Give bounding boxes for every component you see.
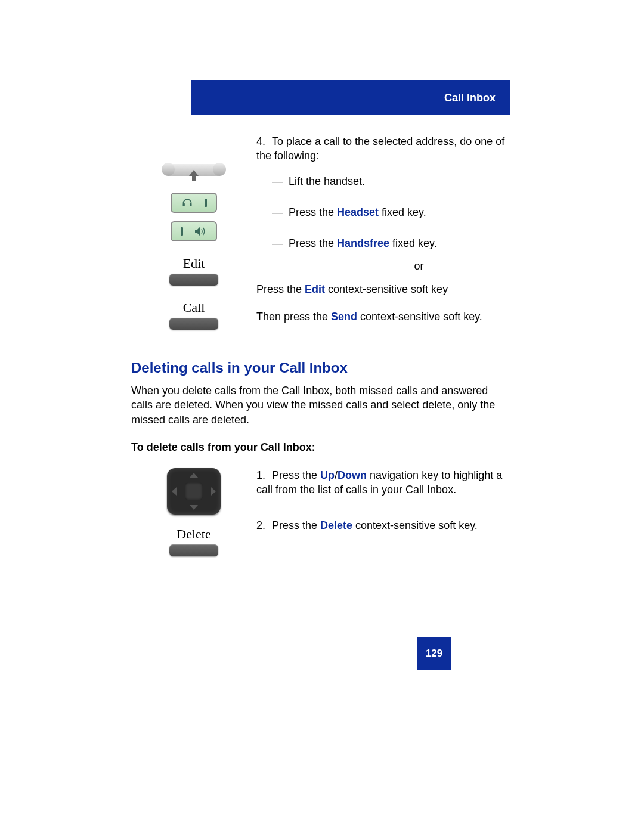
page-content: Edit Call 4.To place a call to the selec…	[131, 134, 510, 566]
dash: —	[272, 205, 289, 219]
call-softkey: Call	[169, 300, 218, 336]
nav-key-icon	[167, 468, 221, 515]
section-heading: Deleting calls in your Call Inbox	[131, 360, 510, 376]
section-paragraph: When you delete calls from the Call Inbo…	[131, 383, 510, 427]
delete-steps-text: 1.Press the Up/Down navigation key to hi…	[256, 468, 510, 533]
s2-post: context-sensitive soft key.	[352, 519, 478, 531]
handsfree-keyword: Handsfree	[337, 237, 389, 249]
delete-keyword: Delete	[320, 519, 352, 531]
headset-post: fixed key.	[379, 206, 426, 218]
header-bar: Call Inbox	[191, 80, 510, 115]
send-pre: Then press the	[256, 311, 331, 323]
handsfree-key-icon	[171, 221, 217, 241]
softkey-button-icon	[169, 318, 218, 330]
handsfree-post: fixed key.	[389, 237, 437, 249]
svg-rect-0	[182, 203, 184, 206]
procedure-heading: To delete calls from your Call Inbox:	[131, 441, 510, 454]
edit-post: context-sensitive soft key	[325, 283, 448, 295]
svg-rect-1	[190, 203, 191, 206]
speaker-icon	[194, 226, 207, 237]
step-number: 2.	[256, 518, 272, 532]
dash: —	[272, 236, 289, 250]
handset-lift-icon	[164, 164, 224, 184]
step-4-icons: Edit Call	[131, 134, 256, 336]
dash: —	[272, 174, 289, 188]
edit-softkey-label: Edit	[169, 256, 218, 271]
edit-softkey: Edit	[169, 256, 218, 292]
step-number: 4.	[256, 134, 272, 148]
delete-icons: Delete	[131, 468, 256, 562]
send-keyword: Send	[331, 311, 357, 323]
headset-icon	[181, 197, 193, 209]
headset-key-icon	[171, 193, 217, 213]
s1-pre: Press the	[272, 469, 320, 481]
headset-pre: Press the	[289, 206, 337, 218]
header-title: Call Inbox	[444, 92, 496, 104]
delete-steps-row: Delete 1.Press the Up/Down navigation ke…	[131, 468, 510, 562]
step-number: 1.	[256, 468, 272, 482]
down-keyword: Down	[338, 469, 367, 481]
call-softkey-label: Call	[169, 300, 218, 315]
s2-pre: Press the	[272, 519, 320, 531]
or-separator: or	[328, 259, 510, 273]
headset-keyword: Headset	[337, 206, 379, 218]
handsfree-pre: Press the	[289, 237, 337, 249]
softkey-button-icon	[169, 544, 218, 556]
lift-handset-text: Lift the handset.	[289, 175, 365, 187]
step-4-text: 4.To place a call to the selected addres…	[256, 134, 510, 324]
edit-keyword: Edit	[305, 283, 325, 295]
softkey-button-icon	[169, 274, 218, 286]
page-number: 129	[426, 648, 442, 659]
edit-pre: Press the	[256, 283, 305, 295]
up-keyword: Up	[320, 469, 335, 481]
delete-softkey-label: Delete	[169, 527, 218, 542]
delete-softkey: Delete	[169, 527, 218, 562]
step-4-row: Edit Call 4.To place a call to the selec…	[131, 134, 510, 336]
manual-page: Call Inbox	[0, 0, 644, 833]
send-post: context-sensitive soft key.	[357, 311, 482, 323]
page-number-box: 129	[417, 637, 451, 670]
step-intro: To place a call to the selected address,…	[256, 135, 504, 162]
